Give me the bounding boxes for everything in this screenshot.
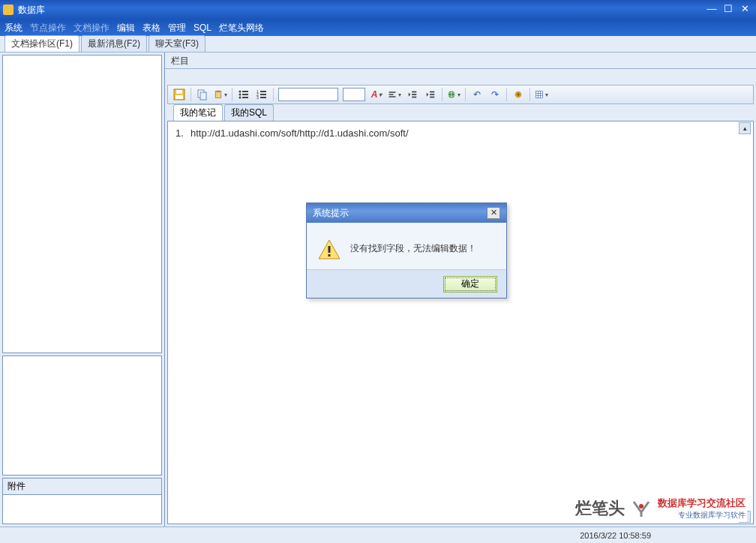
undo-icon[interactable]: ↶ — [470, 88, 484, 101]
svg-rect-20 — [389, 94, 394, 95]
editor-area[interactable]: ▴ 1. http://d1.udashi.com/soft/http://d1… — [167, 121, 754, 524]
svg-rect-19 — [389, 92, 396, 93]
menu-table[interactable]: 表格 — [142, 22, 160, 34]
brand-tagline: 数据库学习交流社区 — [658, 496, 746, 510]
tab-my-notes[interactable]: 我的笔记 — [173, 104, 223, 121]
svg-rect-33 — [536, 92, 543, 98]
font-color-icon[interactable]: A — [370, 88, 383, 101]
svg-rect-16 — [260, 94, 266, 95]
svg-point-11 — [239, 97, 242, 99]
svg-text:3: 3 — [256, 95, 259, 100]
attachment-label: 附件 — [8, 480, 26, 493]
outdent-icon[interactable] — [406, 88, 419, 101]
table-icon[interactable] — [535, 88, 548, 101]
svg-rect-10 — [242, 94, 248, 95]
svg-rect-24 — [412, 97, 416, 98]
svg-rect-4 — [200, 92, 206, 100]
svg-rect-23 — [412, 94, 416, 95]
menu-nodeop: 节点操作 — [30, 22, 66, 34]
brand-watermark: 烂笔头 数据库学习交流社区 专业数据库学习软件 — [574, 495, 747, 522]
dialog-titlebar: 系统提示 ✕ — [307, 203, 506, 223]
svg-rect-26 — [430, 94, 434, 95]
tab-chat[interactable]: 聊天室(F3) — [148, 35, 206, 52]
window-title: 数据库 — [18, 4, 45, 16]
attachment-box[interactable] — [2, 494, 162, 524]
svg-rect-40 — [328, 254, 331, 256]
svg-rect-1 — [176, 95, 183, 99]
dialog-message: 没有找到字段，无法编辑数据！ — [350, 238, 476, 255]
dialog-close-button[interactable]: ✕ — [487, 207, 500, 219]
link-icon[interactable] — [447, 88, 460, 101]
svg-rect-39 — [328, 246, 331, 253]
svg-rect-12 — [242, 97, 248, 98]
menu-edit[interactable]: 编辑 — [117, 22, 135, 34]
main-tabs: 文档操作区(F1) 最新消息(F2) 聊天室(F3) — [0, 36, 756, 52]
status-bar: 2016/3/22 10:58:59 — [0, 526, 756, 543]
save-icon[interactable] — [172, 88, 186, 101]
paste-icon[interactable] — [214, 88, 227, 101]
font-select[interactable] — [278, 88, 338, 101]
svg-point-7 — [239, 91, 242, 93]
menu-network[interactable]: 烂笔头网络 — [219, 22, 264, 34]
svg-rect-22 — [412, 92, 416, 93]
redo-icon[interactable]: ↷ — [488, 88, 502, 101]
align-icon[interactable] — [388, 88, 401, 101]
menu-manage[interactable]: 管理 — [168, 22, 186, 34]
svg-rect-27 — [430, 97, 434, 98]
attachment-header: 附件 — [2, 478, 162, 494]
alert-dialog: 系统提示 ✕ 没有找到字段，无法编辑数据！ 确定 — [306, 202, 507, 298]
menu-bar: 系统 节点操作 文档操作 编辑 表格 管理 SQL 烂笔头网络 — [0, 20, 756, 36]
gear-icon[interactable] — [512, 88, 525, 101]
copy-icon[interactable] — [196, 88, 209, 101]
tab-doc-area[interactable]: 文档操作区(F1) — [4, 35, 80, 52]
editor-content: http://d1.udashi.com/soft/http://d1.udas… — [190, 128, 409, 139]
menu-system[interactable]: 系统 — [4, 22, 22, 34]
tree-box[interactable] — [2, 55, 162, 353]
editor-toolbar: 123 A ↶ ↷ — [167, 85, 754, 104]
svg-point-32 — [517, 93, 520, 96]
brand-subtitle: 专业数据库学习软件 — [658, 510, 746, 520]
svg-rect-14 — [260, 91, 266, 92]
size-select[interactable] — [343, 88, 365, 101]
menu-docop: 文档操作 — [74, 22, 110, 34]
tab-news[interactable]: 最新消息(F2) — [81, 35, 147, 52]
svg-point-38 — [639, 504, 644, 508]
indent-icon[interactable] — [424, 88, 437, 101]
minimize-button[interactable]: — — [704, 3, 720, 16]
title-bar: 数据库 — ☐ ✕ — [0, 0, 756, 20]
svg-rect-18 — [260, 97, 266, 98]
scroll-up-icon[interactable]: ▴ — [739, 122, 751, 134]
preview-box[interactable] — [2, 356, 162, 476]
close-button[interactable]: ✕ — [736, 3, 753, 16]
app-icon — [3, 4, 14, 15]
dialog-title: 系统提示 — [313, 207, 349, 220]
tab-my-sql[interactable]: 我的SQL — [224, 104, 274, 121]
line-number: 1. — [176, 128, 184, 139]
svg-rect-8 — [242, 91, 248, 92]
ordered-list-icon[interactable]: 123 — [255, 88, 268, 101]
left-pane: 附件 — [0, 52, 165, 526]
svg-rect-2 — [176, 90, 182, 94]
section-header: 栏目 — [165, 52, 756, 69]
svg-point-9 — [239, 94, 242, 96]
inner-tabs: 我的笔记 我的SQL — [167, 104, 754, 121]
svg-rect-21 — [389, 96, 396, 98]
menu-sql[interactable]: SQL — [194, 22, 212, 33]
warning-icon — [317, 238, 341, 262]
brand-name: 烂笔头 — [575, 497, 625, 520]
status-datetime: 2016/3/22 10:58:59 — [580, 531, 651, 540]
svg-rect-25 — [430, 92, 434, 93]
dialog-ok-button[interactable]: 确定 — [443, 276, 497, 292]
unordered-list-icon[interactable] — [237, 88, 250, 101]
brand-icon — [631, 499, 652, 518]
maximize-button[interactable]: ☐ — [720, 3, 736, 16]
svg-rect-6 — [217, 91, 220, 92]
